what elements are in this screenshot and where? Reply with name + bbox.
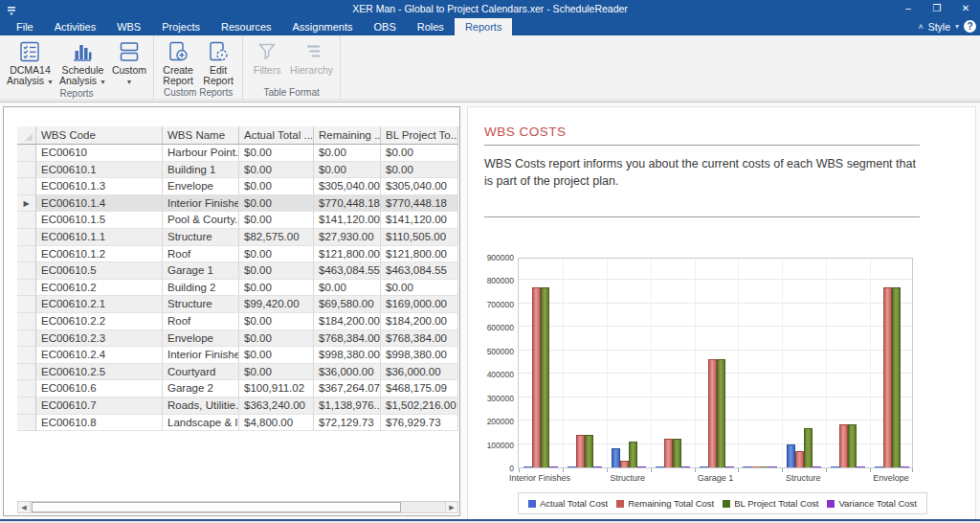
chart-bar — [768, 466, 777, 468]
minimize-button[interactable]: – — [894, 0, 923, 17]
row-selector-cell[interactable] — [17, 313, 36, 330]
scroll-right-arrow-icon[interactable]: ▶ — [445, 502, 457, 512]
row-selector-cell[interactable] — [17, 380, 36, 398]
cell: $305,040.00 — [381, 178, 458, 195]
help-button[interactable]: ? — [964, 20, 976, 33]
row-selector-cell[interactable] — [17, 246, 36, 263]
table-row[interactable]: EC00610.7Roads, Utilitie...$363,240.00$1… — [17, 398, 458, 415]
tab-roles[interactable]: Roles — [407, 18, 455, 36]
tab-wbs[interactable]: WBS — [106, 18, 151, 36]
table-row[interactable]: EC00610.1.2Roof$0.00$121,800.00$121,800.… — [17, 246, 458, 263]
cell: $770,448.18 — [381, 195, 458, 213]
legend-item: BL Project Total Cost — [723, 498, 818, 509]
cell: Roof — [163, 313, 239, 330]
row-selector-cell[interactable] — [17, 262, 36, 280]
chart-bar — [892, 287, 901, 467]
tab-resources[interactable]: Resources — [211, 18, 282, 36]
chart-bar — [857, 466, 865, 468]
tab-projects[interactable]: Projects — [151, 18, 211, 36]
cell: $69,580.00 — [314, 296, 381, 313]
y-axis-tick-label: 800000 — [476, 276, 514, 285]
x-axis-tick — [695, 468, 696, 472]
table-row[interactable]: EC00610.2.5Courtyard$0.00$36,000.00$36,0… — [17, 364, 458, 381]
cell: EC00610.5 — [36, 262, 163, 280]
legend-swatch — [723, 500, 730, 508]
column-header-remaining[interactable]: Remaining ... — [314, 126, 381, 145]
bar-chart-icon — [70, 38, 95, 65]
cell: $0.00 — [239, 178, 314, 195]
create-report-button[interactable]: CreateReport — [158, 36, 198, 86]
row-selector-cell[interactable] — [17, 229, 36, 246]
dcma14-analysis-button[interactable]: DCMA14Analysis ▼ — [4, 36, 56, 87]
table-row[interactable]: EC00610.1Building 1$0.00$0.00$0.00 — [17, 162, 458, 179]
table-row[interactable]: ▶EC00610.1.4Interior Finishes$0.00$770,4… — [17, 195, 458, 213]
row-selector-cell[interactable] — [17, 162, 36, 179]
style-dropdown-caret-icon[interactable]: ▾ — [955, 22, 959, 31]
row-selector-cell[interactable] — [17, 364, 36, 381]
chart-bar — [839, 424, 848, 467]
restore-button[interactable]: ❐ — [923, 0, 951, 17]
table-row[interactable]: EC00610.2.4Interior Finishes$0.00$998,38… — [17, 347, 458, 364]
row-selector-cell[interactable] — [17, 330, 36, 348]
scrollbar-thumb[interactable] — [32, 502, 401, 512]
row-selector-cell[interactable] — [17, 280, 36, 297]
row-selector-cell[interactable] — [17, 178, 36, 195]
column-header-actual-total[interactable]: Actual Total ... — [239, 126, 314, 145]
cell: Envelope — [163, 330, 239, 348]
edit-report-button[interactable]: EditReport — [198, 36, 238, 86]
tab-activities[interactable]: Activities — [44, 18, 106, 36]
cell: $72,129.73 — [314, 415, 381, 432]
table-row[interactable]: EC00610.8Landscape & I...$4,800.00$72,12… — [17, 415, 458, 432]
horizontal-scrollbar[interactable]: ◀ ▶ — [17, 501, 458, 513]
cell: EC00610.1 — [36, 162, 163, 179]
ribbon-button-label: ScheduleAnalysis ▼ — [59, 65, 106, 87]
row-selector-cell[interactable] — [17, 212, 36, 229]
table-row[interactable]: EC00610Harbour Point...$0.00$0.00$0.00 — [17, 145, 458, 162]
wbs-table: WBS CodeWBS NameActual Total ...Remainin… — [17, 126, 458, 431]
column-header-wbs-code[interactable]: WBS Code — [36, 126, 163, 145]
x-axis-tick — [782, 468, 783, 472]
chart-x-axis: Interior FinishesStructureGarage 1Struct… — [518, 473, 913, 485]
table-row[interactable]: EC00610.6Garage 2$100,911.02$367,264.07$… — [17, 380, 458, 398]
schedule-analysis-button[interactable]: ScheduleAnalysis ▼ — [56, 36, 109, 87]
chart-bar — [637, 466, 646, 468]
cell: $0.00 — [239, 195, 314, 213]
layout-icon — [117, 38, 142, 65]
chart-bar — [804, 428, 813, 467]
column-header-wbs-name[interactable]: WBS Name — [163, 126, 239, 145]
application-window: XER Man - Global to Project Calendars.xe… — [0, 0, 980, 519]
collapse-ribbon-icon[interactable]: ˄ — [918, 22, 923, 32]
row-selector-cell[interactable] — [17, 415, 36, 432]
x-axis-tick — [563, 468, 564, 472]
table-row[interactable]: EC00610.1.5Pool & Courty...$0.00$141,120… — [17, 212, 458, 229]
tab-reports[interactable]: Reports — [455, 18, 513, 36]
chart-bar — [593, 466, 602, 468]
tab-file[interactable]: File — [6, 18, 44, 36]
chart-bar — [813, 466, 821, 468]
row-selector-cell[interactable] — [17, 145, 36, 162]
chart-bar — [664, 439, 673, 467]
close-button[interactable]: ✕ — [951, 0, 980, 17]
chart-bar — [883, 287, 892, 467]
tab-obs[interactable]: OBS — [364, 18, 407, 36]
custom-reports-dropdown-button[interactable]: Custom▼ — [109, 36, 149, 87]
row-selector-cell[interactable] — [17, 347, 36, 364]
table-row[interactable]: EC00610.2.1Structure$99,420.00$69,580.00… — [17, 296, 458, 313]
column-header-bl-project-to[interactable]: BL Project To... — [381, 126, 458, 145]
table-row[interactable]: EC00610.1.1Structure$82,575.00$27,930.00… — [17, 229, 458, 246]
row-selector-cell[interactable] — [17, 296, 36, 313]
row-selector-current-row-icon[interactable]: ▶ — [17, 195, 36, 213]
cell: $184,200.00 — [381, 313, 458, 330]
select-all-corner-cell[interactable] — [17, 126, 36, 145]
chart-bar — [541, 287, 549, 467]
style-button[interactable]: Style — [928, 21, 950, 33]
scroll-left-arrow-icon[interactable]: ◀ — [18, 502, 31, 512]
tab-assignments[interactable]: Assignments — [282, 18, 364, 36]
table-row[interactable]: EC00610.2.3Envelope$0.00$768,384.00$768,… — [17, 330, 458, 348]
table-row[interactable]: EC00610.5Garage 1$0.00$463,084.55$463,08… — [17, 262, 458, 280]
row-selector-cell[interactable] — [17, 398, 36, 415]
table-row[interactable]: EC00610.1.3Envelope$0.00$305,040.00$305,… — [17, 178, 458, 195]
table-row[interactable]: EC00610.2.2Roof$0.00$184,200.00$184,200.… — [17, 313, 458, 330]
cell: Structure — [163, 296, 239, 313]
table-row[interactable]: EC00610.2Building 2$0.00$0.00$0.00 — [17, 280, 458, 297]
